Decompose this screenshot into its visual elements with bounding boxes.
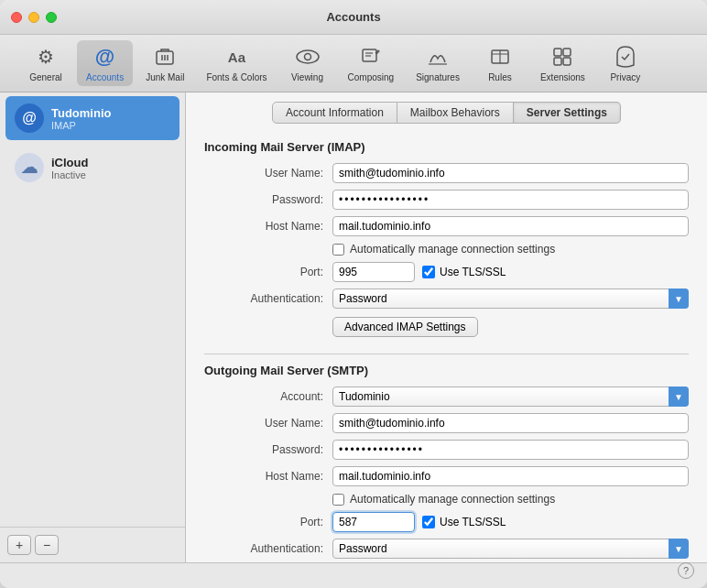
account-avatar-tudominio: @	[15, 103, 44, 133]
svg-point-5	[304, 54, 310, 60]
outgoing-tls-label: Use TLS/SSL	[440, 516, 506, 528]
advanced-imap-btn-row: Advanced IMAP Settings	[204, 315, 689, 346]
outgoing-username-label: User Name:	[204, 417, 323, 430]
tab-mailbox-behaviors[interactable]: Mailbox Behaviors	[397, 102, 514, 124]
outgoing-account-label: Account:	[204, 390, 323, 403]
toolbar-item-privacy[interactable]: Privacy	[598, 40, 653, 86]
tab-server-settings[interactable]: Server Settings	[514, 102, 621, 124]
minimize-button[interactable]	[28, 12, 39, 23]
signatures-icon	[425, 44, 451, 70]
window-title: Accounts	[326, 10, 380, 24]
toolbar: ⚙ General @ Accounts Junk Mail Aa Fonts …	[0, 35, 707, 93]
outgoing-hostname-row: Host Name:	[204, 466, 689, 486]
outgoing-password-row: Password:	[204, 440, 689, 460]
account-item-tudominio[interactable]: @ Tudominio IMAP	[5, 96, 179, 140]
rules-icon	[487, 44, 513, 70]
at-icon: @	[92, 44, 118, 70]
incoming-username-label: User Name:	[204, 167, 323, 180]
outgoing-account-row: Account: Tudominio ▼	[204, 387, 689, 407]
fonts-icon: Aa	[223, 44, 249, 70]
add-account-button[interactable]: +	[7, 535, 31, 555]
tab-account-information[interactable]: Account Information	[272, 102, 397, 124]
form-area: Incoming Mail Server (IMAP) User Name: P…	[186, 124, 707, 562]
incoming-password-label: Password:	[204, 193, 323, 206]
traffic-lights	[11, 12, 57, 23]
incoming-password-row: Password:	[204, 190, 689, 210]
outgoing-password-label: Password:	[204, 443, 323, 456]
outgoing-auto-manage-row: Automatically manage connection settings	[204, 493, 689, 506]
incoming-hostname-row: Host Name:	[204, 216, 689, 236]
title-bar: Accounts	[0, 0, 707, 35]
junk-icon	[152, 44, 178, 70]
outgoing-account-select[interactable]: Tudominio	[332, 387, 689, 407]
incoming-auto-manage-label: Automatically manage connection settings	[350, 243, 555, 256]
remove-account-button[interactable]: −	[35, 535, 59, 555]
outgoing-section-title: Outgoing Mail Server (SMTP)	[204, 364, 689, 377]
incoming-port-input[interactable]	[332, 262, 415, 282]
outgoing-password-input[interactable]	[332, 440, 689, 460]
outgoing-tls-checkbox[interactable]	[422, 516, 435, 528]
incoming-port-label: Port:	[204, 266, 323, 278]
incoming-section-title: Incoming Mail Server (IMAP)	[204, 140, 689, 154]
window-bottom-bar: ?	[0, 562, 707, 588]
outgoing-hostname-input[interactable]	[332, 466, 689, 486]
content-panel: Account Information Mailbox Behaviors Se…	[186, 93, 707, 562]
gear-icon: ⚙	[33, 44, 59, 70]
outgoing-username-input[interactable]	[332, 413, 689, 433]
outgoing-auth-select-wrapper: Password None ▼	[332, 539, 689, 559]
incoming-username-input[interactable]	[332, 163, 689, 183]
tab-bar: Account Information Mailbox Behaviors Se…	[186, 93, 707, 124]
incoming-auth-row: Authentication: Password None MD5 Challe…	[204, 289, 689, 309]
outgoing-port-input[interactable]	[332, 512, 415, 532]
sidebar-bottom: + −	[0, 527, 185, 562]
incoming-auth-select-wrapper: Password None MD5 Challenge-Response Ker…	[332, 289, 689, 309]
account-item-icloud[interactable]: ☁ iCloud Inactive	[5, 146, 179, 190]
incoming-auto-manage-checkbox[interactable]	[332, 244, 344, 256]
incoming-auto-manage-row: Automatically manage connection settings	[204, 243, 689, 256]
toolbar-item-junk-mail[interactable]: Junk Mail	[136, 40, 193, 86]
toolbar-item-accounts[interactable]: @ Accounts	[77, 40, 133, 86]
incoming-auth-select[interactable]: Password None MD5 Challenge-Response Ker…	[332, 289, 689, 309]
account-info-tudominio: Tudominio IMAP	[51, 106, 111, 131]
toolbar-item-fonts-colors[interactable]: Aa Fonts & Colors	[197, 40, 276, 86]
incoming-auth-label: Authentication:	[204, 292, 323, 305]
help-button[interactable]: ?	[678, 562, 694, 579]
main-area: @ Tudominio IMAP ☁ iCloud Inactive + −	[0, 93, 707, 562]
svg-point-4	[297, 50, 319, 63]
svg-rect-13	[563, 49, 571, 56]
toolbar-item-composing[interactable]: Composing	[339, 40, 404, 86]
outgoing-port-label: Port:	[204, 516, 323, 528]
compose-icon	[358, 44, 384, 70]
main-window: Accounts ⚙ General @ Accounts Junk Mail	[0, 0, 707, 588]
outgoing-hostname-label: Host Name:	[204, 470, 323, 483]
incoming-hostname-input[interactable]	[332, 216, 689, 236]
toolbar-item-signatures[interactable]: Signatures	[407, 40, 469, 86]
outgoing-account-select-wrapper: Tudominio ▼	[332, 387, 689, 407]
toolbar-item-viewing[interactable]: Viewing	[280, 40, 335, 86]
toolbar-item-rules[interactable]: Rules	[473, 40, 528, 86]
outgoing-auto-manage-label: Automatically manage connection settings	[350, 493, 555, 506]
extensions-icon	[549, 44, 575, 70]
svg-rect-15	[563, 58, 571, 65]
viewing-icon	[295, 44, 321, 70]
incoming-tls-row: Use TLS/SSL	[422, 266, 506, 278]
outgoing-tls-row: Use TLS/SSL	[422, 516, 506, 528]
privacy-icon	[613, 44, 638, 70]
account-avatar-icloud: ☁	[15, 153, 44, 182]
close-button[interactable]	[11, 12, 22, 23]
svg-rect-14	[554, 58, 561, 65]
incoming-tls-label: Use TLS/SSL	[440, 266, 506, 278]
incoming-username-row: User Name:	[204, 163, 689, 183]
outgoing-username-row: User Name:	[204, 413, 689, 433]
incoming-hostname-label: Host Name:	[204, 220, 323, 233]
advanced-imap-button[interactable]: Advanced IMAP Settings	[332, 317, 478, 337]
toolbar-item-extensions[interactable]: Extensions	[531, 40, 594, 86]
maximize-button[interactable]	[46, 12, 57, 23]
toolbar-item-general[interactable]: ⚙ General	[18, 40, 73, 86]
account-info-icloud: iCloud Inactive	[51, 156, 88, 180]
incoming-password-input[interactable]	[332, 190, 689, 210]
sidebar: @ Tudominio IMAP ☁ iCloud Inactive + −	[0, 93, 186, 562]
outgoing-auth-select[interactable]: Password None	[332, 539, 689, 559]
incoming-tls-checkbox[interactable]	[422, 266, 435, 278]
outgoing-auto-manage-checkbox[interactable]	[332, 494, 344, 506]
